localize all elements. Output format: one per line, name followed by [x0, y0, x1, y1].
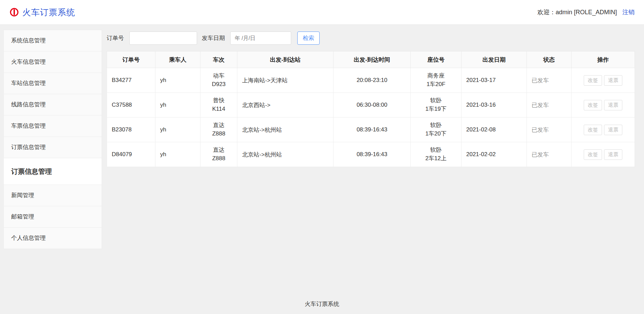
- cell-line: 1车20下: [415, 130, 456, 138]
- order-no-label: 订单号: [107, 34, 124, 42]
- column-header: 出发日期: [461, 51, 527, 68]
- passenger-cell: yh: [155, 118, 200, 142]
- actions-cell: 改签退票: [572, 68, 635, 93]
- order-no-cell: C37588: [107, 93, 155, 118]
- order-no-cell: B23078: [107, 118, 155, 142]
- table-head: 订单号乘车人车次出发-到达站出发-到达时间座位号出发日期状态操作: [107, 51, 635, 68]
- header-row: 订单号乘车人车次出发-到达站出发-到达时间座位号出发日期状态操作: [107, 51, 635, 68]
- date-cell: 2021-03-17: [461, 68, 527, 93]
- table-row: D84079yh直达Z888北京站->杭州站08:39-16:43软卧2车12上…: [107, 142, 635, 167]
- sidebar-item[interactable]: 邮箱管理: [4, 206, 102, 228]
- column-header: 操作: [572, 51, 635, 68]
- date-cell: 2021-02-02: [461, 142, 527, 167]
- sidebar-item-active[interactable]: 订票信息管理: [4, 158, 102, 185]
- time-cell: 20:08-23:10: [334, 68, 411, 93]
- top-header: 火车订票系统 欢迎：admin [ROLE_ADMIN] 注销: [0, 0, 644, 25]
- sidebar: 系统信息管理火车信息管理车站信息管理线路信息管理车票信息管理订票信息管理订票信息…: [3, 30, 102, 249]
- app-title: 火车订票系统: [22, 7, 75, 18]
- cell-line: 软卧: [415, 121, 456, 130]
- status-cell: 已发车: [527, 142, 572, 167]
- rebook-button[interactable]: 改签: [584, 100, 602, 110]
- cell-line: 软卧: [415, 97, 456, 105]
- column-header: 车次: [200, 51, 237, 68]
- cell-line: 软卧: [415, 146, 456, 154]
- footer: 火车订票系统: [0, 295, 644, 314]
- sidebar-item[interactable]: 车站信息管理: [4, 73, 102, 94]
- table-row: B23078yh直达Z888北京站->杭州站08:39-16:43软卧1车20下…: [107, 118, 635, 142]
- time-cell: 08:39-16:43: [334, 118, 411, 142]
- search-button[interactable]: 检索: [297, 32, 320, 45]
- time-cell: 06:30-08:00: [334, 93, 411, 118]
- train-cell: 动车D923: [200, 68, 237, 93]
- depart-date-label: 发车日期: [202, 34, 225, 42]
- column-header: 订单号: [107, 51, 155, 68]
- cell-line: 2车12上: [415, 154, 456, 163]
- header-left: 火车订票系统: [9, 7, 75, 18]
- actions-cell: 改签退票: [572, 93, 635, 118]
- logout-link[interactable]: 注销: [622, 8, 635, 16]
- passenger-cell: yh: [155, 93, 200, 118]
- table-row: B34277yh动车D923上海南站->天津站20:08-23:10商务座1车2…: [107, 68, 635, 93]
- rebook-button[interactable]: 改签: [584, 75, 602, 86]
- booking-table: 订单号乘车人车次出发-到达站出发-到达时间座位号出发日期状态操作 B34277y…: [107, 51, 635, 167]
- depart-date-input[interactable]: [230, 32, 291, 45]
- sidebar-item[interactable]: 车票信息管理: [4, 116, 102, 137]
- cell-line: K114: [205, 105, 232, 113]
- time-cell: 08:39-16:43: [334, 142, 411, 167]
- rebook-button[interactable]: 改签: [584, 125, 602, 135]
- column-header: 出发-到达站: [237, 51, 334, 68]
- order-no-cell: D84079: [107, 142, 155, 167]
- rebook-button[interactable]: 改签: [584, 149, 602, 160]
- date-cell: 2021-02-08: [461, 118, 527, 142]
- search-bar: 订单号 发车日期 检索: [107, 32, 635, 45]
- passenger-cell: yh: [155, 142, 200, 167]
- app-root: 火车订票系统 欢迎：admin [ROLE_ADMIN] 注销 系统信息管理火车…: [0, 0, 644, 314]
- cell-line: Z888: [205, 154, 232, 163]
- train-cell: 直达Z888: [200, 118, 237, 142]
- date-cell: 2021-03-16: [461, 93, 527, 118]
- layout: 系统信息管理火车信息管理车站信息管理线路信息管理车票信息管理订票信息管理订票信息…: [0, 25, 644, 295]
- main-content: 订单号 发车日期 检索 订单号乘车人车次出发-到达站出发-到达时间座位号出发日期…: [107, 30, 635, 167]
- refund-button[interactable]: 退票: [604, 100, 622, 110]
- train-cell: 直达Z888: [200, 142, 237, 167]
- cell-line: 1车20F: [415, 80, 456, 89]
- sidebar-item[interactable]: 新闻管理: [4, 185, 102, 206]
- table-row: C37588yh普快K114北京西站->06:30-08:00软卧1车19下20…: [107, 93, 635, 118]
- cell-line: 普快: [205, 97, 232, 105]
- seat-cell: 软卧1车20下: [411, 118, 461, 142]
- sidebar-item[interactable]: 火车信息管理: [4, 51, 102, 73]
- route-cell: 北京站->杭州站: [237, 142, 334, 167]
- seat-cell: 软卧1车19下: [411, 93, 461, 118]
- refund-button[interactable]: 退票: [604, 75, 622, 86]
- table-body: B34277yh动车D923上海南站->天津站20:08-23:10商务座1车2…: [107, 68, 635, 167]
- column-header: 状态: [527, 51, 572, 68]
- sidebar-item[interactable]: 线路信息管理: [4, 94, 102, 116]
- sidebar-item[interactable]: 个人信息管理: [4, 228, 102, 249]
- column-header: 座位号: [411, 51, 461, 68]
- cell-line: 动车: [205, 72, 232, 80]
- footer-text: 火车订票系统: [305, 301, 339, 307]
- actions-cell: 改签退票: [572, 142, 635, 167]
- welcome-text: 欢迎：admin [ROLE_ADMIN]: [537, 8, 617, 16]
- order-no-input[interactable]: [129, 32, 197, 45]
- sidebar-item[interactable]: 系统信息管理: [4, 30, 102, 51]
- seat-cell: 商务座1车20F: [411, 68, 461, 93]
- status-cell: 已发车: [527, 93, 572, 118]
- actions-cell: 改签退票: [572, 118, 635, 142]
- train-cell: 普快K114: [200, 93, 237, 118]
- status-cell: 已发车: [527, 68, 572, 93]
- refund-button[interactable]: 退票: [604, 125, 622, 135]
- seat-cell: 软卧2车12上: [411, 142, 461, 167]
- railway-logo-icon: [9, 7, 19, 17]
- cell-line: Z888: [205, 130, 232, 138]
- passenger-cell: yh: [155, 68, 200, 93]
- column-header: 乘车人: [155, 51, 200, 68]
- route-cell: 北京西站->: [237, 93, 334, 118]
- column-header: 出发-到达时间: [334, 51, 411, 68]
- order-no-cell: B34277: [107, 68, 155, 93]
- cell-line: 1车19下: [415, 105, 456, 113]
- sidebar-item[interactable]: 订票信息管理: [4, 137, 102, 158]
- cell-line: 商务座: [415, 72, 456, 80]
- cell-line: 直达: [205, 146, 232, 154]
- refund-button[interactable]: 退票: [604, 149, 622, 160]
